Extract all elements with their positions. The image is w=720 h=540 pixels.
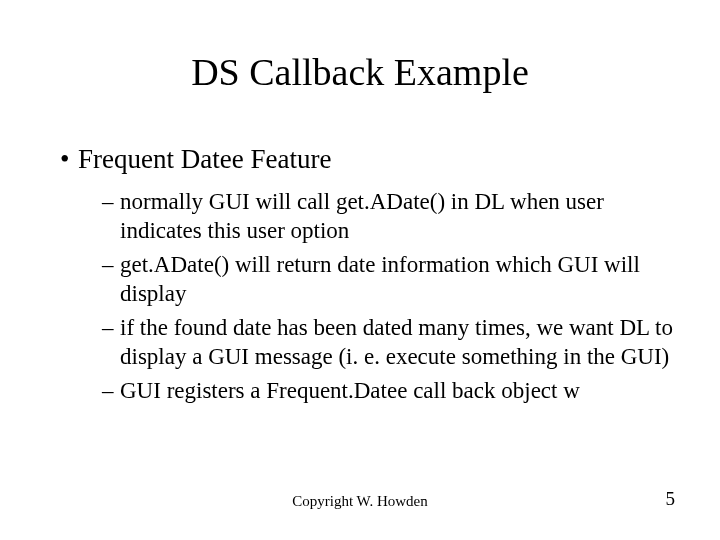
sub-bullet-list: normally GUI will call get.ADate() in DL… [60,187,680,405]
list-item: GUI registers a Frequent.Datee call back… [102,376,680,405]
list-item: get.ADate() will return date information… [102,250,680,309]
top-bullet: Frequent Datee Feature [60,144,680,175]
footer-copyright: Copyright W. Howden [0,493,720,510]
content-area: Frequent Datee Feature normally GUI will… [40,144,680,405]
list-item: normally GUI will call get.ADate() in DL… [102,187,680,246]
page-number: 5 [666,488,676,510]
slide-title: DS Callback Example [40,50,680,94]
list-item: if the found date has been dated many ti… [102,313,680,372]
